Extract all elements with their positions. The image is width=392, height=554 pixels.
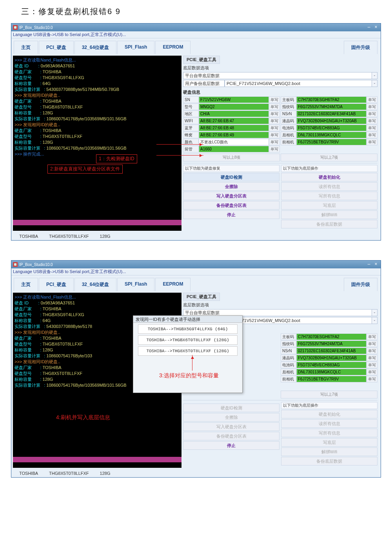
info-label: 型号 bbox=[183, 103, 199, 110]
single-write-button[interactable]: 单写 bbox=[367, 125, 377, 131]
popup-disk-option[interactable]: TOSHIBA-->THG8X5T0T8LLFXF (128G) bbox=[138, 346, 238, 356]
disk-init-button[interactable]: 硬盘初始化 bbox=[281, 410, 377, 418]
tab-firmware-upgrade[interactable]: 固件升级 bbox=[344, 41, 377, 54]
single-write-button[interactable]: 单写 bbox=[367, 103, 377, 110]
user-backup-select[interactable]: PCIE_F71V521VHG6W_MNGQ2.boot bbox=[225, 80, 372, 87]
write-lowlevel-button[interactable]: 写底层 bbox=[281, 438, 377, 447]
single-write-button[interactable]: 单写 bbox=[269, 96, 280, 103]
info-label: SN bbox=[183, 96, 199, 103]
repair-legend: 以下功能为硬盘修复 bbox=[183, 165, 279, 172]
unbind-wifi-button[interactable]: 解绑Wifi bbox=[281, 210, 377, 219]
console-line: 实际容量计算 bbox=[15, 146, 40, 150]
info-label: 电池码 bbox=[281, 125, 296, 131]
chevron-down-icon[interactable]: ⌄ bbox=[372, 317, 377, 324]
full-erase-button[interactable]: 全擦除 bbox=[183, 182, 279, 191]
user-backup-label: 用户备份底层数据 bbox=[183, 80, 225, 87]
single-write-button[interactable]: 单写 bbox=[367, 132, 377, 138]
console-line: THG8X5T0T8LLFXF bbox=[43, 371, 82, 376]
tab-pci-disk[interactable]: PCI_硬盘 bbox=[39, 41, 74, 54]
info-value: F5D7374BVECH883AG bbox=[296, 362, 367, 368]
single-write-button[interactable]: 单写 bbox=[269, 146, 280, 152]
single-write-button[interactable]: 单写 bbox=[367, 355, 377, 361]
single-write-button[interactable]: 单写 bbox=[367, 376, 377, 382]
write-partition-button[interactable]: 写入硬盘分区表 bbox=[183, 192, 279, 200]
stop-button[interactable]: 停止 bbox=[183, 441, 279, 450]
status-capacity: 128G bbox=[94, 470, 116, 476]
tab-spi-flash[interactable]: SPI_Flash bbox=[117, 278, 154, 291]
backup-lowlevel-button[interactable]: 备份底层数据 bbox=[281, 457, 377, 465]
write-all-info-button[interactable]: 写所有信息 bbox=[281, 429, 377, 437]
full-erase-button[interactable]: 全擦除 bbox=[183, 413, 279, 422]
chevron-down-icon[interactable]: ⌄ bbox=[372, 72, 377, 79]
tab-eeprom[interactable]: EEPROM bbox=[155, 278, 191, 291]
builtin-lowlevel-select[interactable]: 平台自带底层数据 bbox=[183, 72, 372, 79]
backup-partition-button[interactable]: 备份硬盘分区表 bbox=[183, 432, 279, 440]
read-all-info-button[interactable]: 读所有信息 bbox=[281, 182, 377, 191]
unbind-wifi-button[interactable]: 解绑Wifi bbox=[281, 447, 377, 456]
minimize-button[interactable]: – bbox=[366, 25, 372, 30]
write-upper-7-button[interactable]: 写以上7项 bbox=[281, 391, 377, 398]
console-output: >>> 正在读取Nand_Flash信息... 硬盘 ID : 0x983A98… bbox=[13, 56, 181, 231]
detect-disk-id-button[interactable]: 硬盘ID检测 bbox=[183, 173, 279, 181]
single-write-button[interactable]: 单写 bbox=[367, 362, 377, 368]
tab-firmware-upgrade[interactable]: 固件升级 bbox=[344, 278, 377, 291]
close-button[interactable]: × bbox=[373, 25, 379, 30]
single-write-button[interactable]: 单写 bbox=[367, 369, 377, 375]
tab-spacer bbox=[191, 278, 343, 291]
popup-disk-option[interactable]: TOSHIBA-->THGBX6T0T8LLFXF (128G) bbox=[138, 335, 238, 345]
info-value: FVQ7302B094H1NGAU+T320AB bbox=[296, 118, 367, 124]
chevron-down-icon[interactable]: ⌄ bbox=[372, 309, 377, 316]
single-write-button[interactable]: 单写 bbox=[269, 103, 280, 110]
tab-home[interactable]: 主页 bbox=[14, 278, 38, 291]
single-write-button[interactable]: 单写 bbox=[269, 125, 280, 131]
menubar[interactable]: Language USB设备->USB to Serial port,正常工作模… bbox=[11, 268, 381, 275]
write-all-info-button[interactable]: 写所有信息 bbox=[281, 192, 377, 200]
console-line: 128G bbox=[43, 348, 53, 352]
single-write-button[interactable]: 单写 bbox=[367, 118, 377, 124]
console-line: 硬盘厂家 bbox=[15, 69, 32, 74]
single-write-button[interactable]: 单写 bbox=[367, 96, 377, 103]
close-button[interactable]: × bbox=[373, 262, 379, 267]
single-write-button[interactable]: 单写 bbox=[367, 340, 377, 347]
minimize-button[interactable]: – bbox=[366, 262, 372, 267]
info-value: 0217102EC160302AFE34F41AB bbox=[296, 348, 367, 354]
single-write-button[interactable]: 单写 bbox=[269, 132, 280, 138]
chevron-down-icon[interactable]: ⌄ bbox=[372, 80, 377, 87]
info-label: WIFI bbox=[183, 118, 199, 124]
backup-partition-button[interactable]: 备份硬盘分区表 bbox=[183, 201, 279, 210]
single-write-button[interactable]: 单写 bbox=[367, 348, 377, 354]
single-write-button[interactable]: 单写 bbox=[367, 110, 377, 117]
backup-lowlevel-button[interactable]: 备份底层数据 bbox=[281, 220, 377, 228]
user-backup-select[interactable]: PCIE_F71V521VHG6W_MNGQ2.boot bbox=[225, 317, 372, 324]
detect-disk-id-button[interactable]: 硬盘ID检测 bbox=[183, 404, 279, 412]
info-value: A1660 bbox=[199, 146, 269, 152]
write-partition-button[interactable]: 写入硬盘分区表 bbox=[183, 422, 279, 431]
annotation-arrow bbox=[156, 155, 203, 156]
stop-button[interactable]: 停止 bbox=[183, 210, 279, 219]
disk-init-button[interactable]: 硬盘初始化 bbox=[281, 173, 377, 181]
tab-pci-disk[interactable]: PCI_硬盘 bbox=[39, 278, 74, 291]
info-label: 后相机 bbox=[281, 369, 296, 375]
tab-32-64-disk[interactable]: 32_64位硬盘 bbox=[74, 41, 116, 54]
tab-eeprom[interactable]: EEPROM bbox=[155, 41, 191, 54]
single-write-button[interactable]: 单写 bbox=[367, 139, 377, 145]
write-lowlevel-button[interactable]: 写底层 bbox=[281, 201, 377, 210]
single-write-button[interactable]: 单写 bbox=[269, 110, 280, 117]
tab-32-64-disk[interactable]: 32_64位硬盘 bbox=[74, 278, 116, 291]
write-upper-8-button[interactable]: 写以上8项 bbox=[183, 154, 280, 161]
write-upper-7-button[interactable]: 写以上7项 bbox=[281, 154, 377, 161]
console-line: 标称容量 bbox=[15, 377, 32, 382]
menubar[interactable]: Language USB设备->USB to Serial port,正常工作模… bbox=[11, 31, 381, 38]
popup-disk-option[interactable]: TOSHIBA-->THGBX5G9T4LLFXG (64G) bbox=[138, 324, 238, 334]
info-value: A8:BE:27:66:EB:48 bbox=[199, 125, 269, 131]
console-line: 硬盘厂家 bbox=[15, 306, 32, 311]
tab-home[interactable]: 主页 bbox=[14, 41, 38, 54]
console-line: THGBX5G9T4LLFXG bbox=[43, 75, 84, 80]
tab-spi-flash[interactable]: SPI_Flash bbox=[117, 41, 154, 54]
single-write-button[interactable]: 单写 bbox=[269, 118, 280, 124]
console-line: 硬盘型号 bbox=[15, 105, 32, 109]
single-write-button[interactable]: 单写 bbox=[269, 139, 280, 145]
console-line: 0x983A98A37651 bbox=[41, 63, 75, 68]
read-all-info-button[interactable]: 读所有信息 bbox=[281, 419, 377, 428]
single-write-button[interactable]: 单写 bbox=[367, 333, 377, 340]
